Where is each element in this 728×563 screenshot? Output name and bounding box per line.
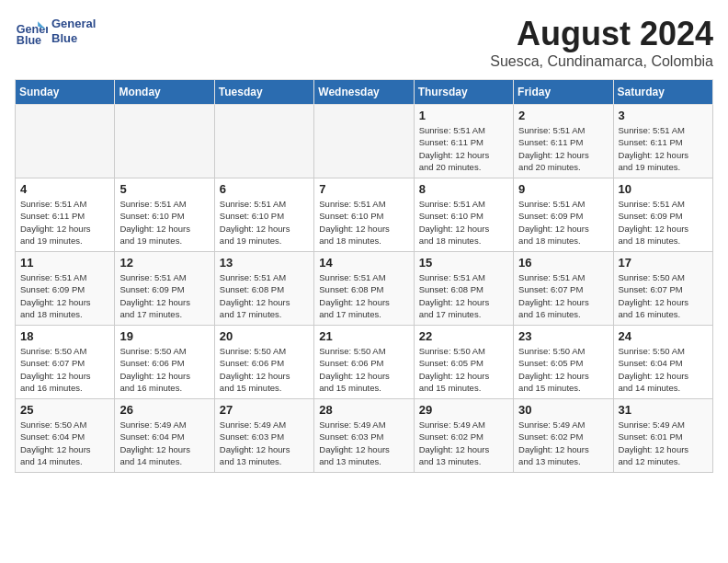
calendar-cell: 21Sunrise: 5:50 AM Sunset: 6:06 PM Dayli…: [314, 326, 414, 399]
calendar-cell: 19Sunrise: 5:50 AM Sunset: 6:06 PM Dayli…: [115, 326, 214, 399]
day-number: 20: [220, 329, 309, 343]
day-number: 24: [619, 329, 708, 343]
calendar-cell: 8Sunrise: 5:51 AM Sunset: 6:10 PM Daylig…: [414, 178, 513, 252]
calendar-cell: 9Sunrise: 5:51 AM Sunset: 6:09 PM Daylig…: [514, 178, 613, 252]
day-info: Sunrise: 5:51 AM Sunset: 6:11 PM Dayligh…: [419, 124, 508, 173]
day-number: 14: [319, 256, 408, 270]
day-info: Sunrise: 5:50 AM Sunset: 6:07 PM Dayligh…: [619, 271, 708, 320]
calendar-cell: 10Sunrise: 5:51 AM Sunset: 6:09 PM Dayli…: [613, 178, 712, 252]
day-info: Sunrise: 5:51 AM Sunset: 6:10 PM Dayligh…: [220, 198, 309, 247]
day-info: Sunrise: 5:50 AM Sunset: 6:06 PM Dayligh…: [319, 345, 408, 394]
day-number: 26: [119, 403, 209, 417]
day-info: Sunrise: 5:51 AM Sunset: 6:11 PM Dayligh…: [619, 124, 708, 173]
day-number: 16: [518, 256, 608, 270]
day-info: Sunrise: 5:51 AM Sunset: 6:11 PM Dayligh…: [20, 198, 109, 247]
day-info: Sunrise: 5:51 AM Sunset: 6:09 PM Dayligh…: [518, 198, 608, 247]
day-info: Sunrise: 5:51 AM Sunset: 6:08 PM Dayligh…: [220, 271, 309, 320]
day-info: Sunrise: 5:51 AM Sunset: 6:11 PM Dayligh…: [518, 124, 608, 173]
day-info: Sunrise: 5:51 AM Sunset: 6:09 PM Dayligh…: [20, 271, 109, 320]
day-info: Sunrise: 5:50 AM Sunset: 6:06 PM Dayligh…: [220, 345, 309, 394]
logo-text: General Blue: [51, 17, 96, 45]
day-info: Sunrise: 5:49 AM Sunset: 6:01 PM Dayligh…: [619, 419, 708, 467]
day-info: Sunrise: 5:51 AM Sunset: 6:10 PM Dayligh…: [419, 198, 508, 247]
calendar-cell: 29Sunrise: 5:49 AM Sunset: 6:02 PM Dayli…: [414, 399, 513, 473]
day-info: Sunrise: 5:51 AM Sunset: 6:08 PM Dayligh…: [319, 271, 408, 320]
calendar-cell: 16Sunrise: 5:51 AM Sunset: 6:07 PM Dayli…: [514, 252, 613, 326]
svg-text:Blue: Blue: [17, 34, 41, 47]
calendar-week-row: 4Sunrise: 5:51 AM Sunset: 6:11 PM Daylig…: [16, 178, 713, 252]
day-number: 23: [518, 329, 608, 343]
calendar-cell: 3Sunrise: 5:51 AM Sunset: 6:11 PM Daylig…: [613, 105, 712, 178]
calendar-cell: 18Sunrise: 5:50 AM Sunset: 6:07 PM Dayli…: [16, 326, 115, 399]
calendar-cell: 12Sunrise: 5:51 AM Sunset: 6:09 PM Dayli…: [115, 252, 214, 326]
calendar-table: SundayMondayTuesdayWednesdayThursdayFrid…: [15, 79, 713, 473]
calendar-cell: 22Sunrise: 5:50 AM Sunset: 6:05 PM Dayli…: [414, 326, 513, 399]
day-header-friday: Friday: [514, 80, 613, 105]
title-area: August 2024 Suesca, Cundinamarca, Colomb…: [490, 15, 713, 70]
day-number: 31: [619, 403, 708, 417]
calendar-cell: 27Sunrise: 5:49 AM Sunset: 6:03 PM Dayli…: [214, 399, 313, 473]
day-info: Sunrise: 5:50 AM Sunset: 6:05 PM Dayligh…: [518, 345, 608, 394]
day-info: Sunrise: 5:51 AM Sunset: 6:10 PM Dayligh…: [119, 198, 209, 247]
calendar-cell: 15Sunrise: 5:51 AM Sunset: 6:08 PM Dayli…: [414, 252, 513, 326]
day-number: 6: [220, 182, 309, 196]
calendar-cell: [214, 105, 313, 178]
day-info: Sunrise: 5:49 AM Sunset: 6:02 PM Dayligh…: [518, 419, 608, 467]
day-number: 28: [319, 403, 408, 417]
day-number: 9: [518, 182, 608, 196]
calendar-week-row: 1Sunrise: 5:51 AM Sunset: 6:11 PM Daylig…: [16, 105, 713, 178]
calendar-cell: 17Sunrise: 5:50 AM Sunset: 6:07 PM Dayli…: [613, 252, 712, 326]
header: General Blue General Blue August 2024 Su…: [15, 15, 713, 70]
day-info: Sunrise: 5:49 AM Sunset: 6:03 PM Dayligh…: [319, 419, 408, 467]
calendar-cell: 6Sunrise: 5:51 AM Sunset: 6:10 PM Daylig…: [214, 178, 313, 252]
calendar-cell: 30Sunrise: 5:49 AM Sunset: 6:02 PM Dayli…: [514, 399, 613, 473]
day-number: 5: [119, 182, 209, 196]
logo-line1: General: [51, 17, 96, 31]
day-info: Sunrise: 5:50 AM Sunset: 6:05 PM Dayligh…: [419, 345, 508, 394]
calendar-cell: 11Sunrise: 5:51 AM Sunset: 6:09 PM Dayli…: [16, 252, 115, 326]
calendar-cell: 26Sunrise: 5:49 AM Sunset: 6:04 PM Dayli…: [115, 399, 214, 473]
calendar-cell: 31Sunrise: 5:49 AM Sunset: 6:01 PM Dayli…: [613, 399, 712, 473]
calendar-cell: 24Sunrise: 5:50 AM Sunset: 6:04 PM Dayli…: [613, 326, 712, 399]
calendar-cell: [314, 105, 414, 178]
day-number: 4: [20, 182, 109, 196]
logo-line2: Blue: [51, 31, 96, 46]
day-number: 25: [20, 403, 109, 417]
day-number: 29: [419, 403, 508, 417]
day-info: Sunrise: 5:50 AM Sunset: 6:06 PM Dayligh…: [119, 345, 209, 394]
location: Suesca, Cundinamarca, Colombia: [490, 53, 713, 70]
calendar-cell: 5Sunrise: 5:51 AM Sunset: 6:10 PM Daylig…: [115, 178, 214, 252]
calendar-cell: 20Sunrise: 5:50 AM Sunset: 6:06 PM Dayli…: [214, 326, 313, 399]
day-number: 15: [419, 256, 508, 270]
day-number: 3: [619, 109, 708, 122]
calendar-cell: 28Sunrise: 5:49 AM Sunset: 6:03 PM Dayli…: [314, 399, 414, 473]
logo-icon: General Blue: [15, 15, 48, 48]
day-number: 10: [619, 182, 708, 196]
calendar-cell: 7Sunrise: 5:51 AM Sunset: 6:10 PM Daylig…: [314, 178, 414, 252]
day-number: 30: [518, 403, 608, 417]
day-header-monday: Monday: [115, 80, 214, 105]
calendar-header-row: SundayMondayTuesdayWednesdayThursdayFrid…: [16, 80, 713, 105]
day-info: Sunrise: 5:49 AM Sunset: 6:04 PM Dayligh…: [119, 419, 209, 467]
day-info: Sunrise: 5:50 AM Sunset: 6:04 PM Dayligh…: [619, 345, 708, 394]
day-number: 8: [419, 182, 508, 196]
day-number: 1: [419, 109, 508, 122]
day-info: Sunrise: 5:50 AM Sunset: 6:07 PM Dayligh…: [20, 345, 109, 394]
day-number: 13: [220, 256, 309, 270]
logo: General Blue General Blue: [15, 15, 96, 48]
calendar-cell: 23Sunrise: 5:50 AM Sunset: 6:05 PM Dayli…: [514, 326, 613, 399]
day-number: 22: [419, 329, 508, 343]
day-header-tuesday: Tuesday: [214, 80, 313, 105]
day-number: 18: [20, 329, 109, 343]
day-info: Sunrise: 5:51 AM Sunset: 6:07 PM Dayligh…: [518, 271, 608, 320]
calendar-cell: 13Sunrise: 5:51 AM Sunset: 6:08 PM Dayli…: [214, 252, 313, 326]
calendar-cell: 14Sunrise: 5:51 AM Sunset: 6:08 PM Dayli…: [314, 252, 414, 326]
month-year: August 2024: [490, 15, 713, 53]
day-info: Sunrise: 5:51 AM Sunset: 6:10 PM Dayligh…: [319, 198, 408, 247]
calendar-cell: 1Sunrise: 5:51 AM Sunset: 6:11 PM Daylig…: [414, 105, 513, 178]
day-number: 19: [119, 329, 209, 343]
day-info: Sunrise: 5:49 AM Sunset: 6:03 PM Dayligh…: [220, 419, 309, 467]
day-info: Sunrise: 5:51 AM Sunset: 6:08 PM Dayligh…: [419, 271, 508, 320]
day-info: Sunrise: 5:49 AM Sunset: 6:02 PM Dayligh…: [419, 419, 508, 467]
calendar-week-row: 25Sunrise: 5:50 AM Sunset: 6:04 PM Dayli…: [16, 399, 713, 473]
